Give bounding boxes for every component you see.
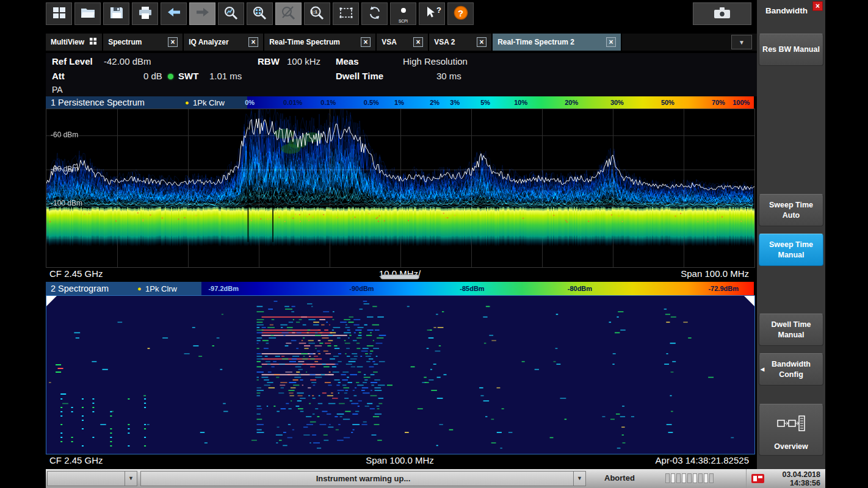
tab-vsa[interactable]: VSA× xyxy=(377,34,429,51)
status-left-dropdown[interactable]: ▼ xyxy=(47,471,137,486)
zoom-graph-button[interactable] xyxy=(218,2,244,25)
tab-label: MultiView xyxy=(51,38,84,46)
save-button[interactable] xyxy=(103,2,129,25)
tab-real-time-spectrum-2[interactable]: Real-Time Spectrum 2× xyxy=(493,34,622,51)
status-message: Instrument warming up... xyxy=(316,474,411,483)
progress-segment xyxy=(665,473,670,483)
scale-tick-label: 30% xyxy=(610,99,624,106)
tab-close-button[interactable]: × xyxy=(413,37,423,47)
spectrogram-plot-area xyxy=(46,295,754,454)
scale-tick-label: 0.01% xyxy=(283,99,302,106)
close-icon: × xyxy=(816,2,820,10)
progress-segment xyxy=(704,473,708,483)
spectrogram-window-header[interactable]: 2 Spectrogram ● 1Pk Clrw -97.2dBm-90dBm-… xyxy=(46,282,754,295)
progress-indicator xyxy=(665,473,714,483)
meas-value[interactable]: High Resolution xyxy=(403,56,468,66)
print-screen-button[interactable] xyxy=(693,2,751,25)
status-message-dropdown[interactable]: Instrument warming up... ▼ xyxy=(140,471,586,486)
tab-overflow-dropdown[interactable]: ▼ xyxy=(731,35,752,49)
tab-close-button[interactable]: × xyxy=(477,37,486,47)
softkey-dwell-time-manual[interactable]: Dwell Time Manual xyxy=(759,314,823,346)
scale-tick-label: 20% xyxy=(565,99,578,106)
help-button[interactable]: ? xyxy=(447,2,474,25)
tab-iq-analyzer[interactable]: IQ Analyzer× xyxy=(184,34,264,51)
swt-value[interactable]: 1.01 ms xyxy=(209,71,242,81)
softkey-res-bw-manual[interactable]: Res BW Manual xyxy=(759,34,823,66)
undo-button[interactable] xyxy=(161,2,187,25)
softkey-label: Bandwidth Config xyxy=(761,359,822,379)
open-file-button[interactable] xyxy=(74,2,101,25)
measurement-state: Aborted xyxy=(604,473,635,483)
spectrogram-color-scale: -97.2dBm-90dBm-85dBm-80dBm-72.9dBm xyxy=(201,282,754,295)
help-icon xyxy=(453,5,469,23)
close-softkey-button[interactable]: × xyxy=(812,1,823,11)
dwell-time-value[interactable]: 30 ms xyxy=(436,71,461,81)
print-button[interactable] xyxy=(132,2,158,25)
softkey-sweep-time-auto[interactable]: Sweep Time Auto xyxy=(759,194,823,226)
softkey-panel: Bandwidth × Res BW ManualSweep Time Auto… xyxy=(757,0,825,488)
persistence-plot-area: -60 dBm -80 dBm -100 dBm xyxy=(46,109,754,268)
tab-close-button[interactable]: × xyxy=(361,37,371,47)
scale-tick-label: 50% xyxy=(661,99,675,106)
softkey-bandwidth-config[interactable]: Bandwidth Config◀ xyxy=(759,353,823,386)
context-help-button[interactable]: ? xyxy=(419,2,445,25)
tab-close-button[interactable]: × xyxy=(606,37,616,47)
scpi-button[interactable]: SCPI xyxy=(390,2,416,25)
toolbar: 1:1SCPI?? xyxy=(46,2,757,27)
tabs-container: MultiViewSpectrum×IQ Analyzer×Real-Time … xyxy=(46,34,757,51)
zoom-one-to-one-icon xyxy=(309,5,325,23)
select-frame-button[interactable] xyxy=(333,2,359,25)
start-menu-button[interactable] xyxy=(46,2,72,25)
trace-color-icon: ● xyxy=(137,285,142,292)
progress-segment xyxy=(676,473,681,483)
spectrogram-footer: CF 2.45 GHz Span 100.0 MHz Apr-03 14:38:… xyxy=(46,454,754,468)
zoom-one-to-one-button[interactable]: 1:1 xyxy=(304,2,330,25)
zoom-multi-button[interactable] xyxy=(247,2,273,25)
tab-real-time-spectrum[interactable]: Real-Time Spectrum× xyxy=(264,34,377,51)
rbw-value[interactable]: 100 kHz xyxy=(287,56,320,66)
att-value[interactable]: 0 dB xyxy=(143,71,162,81)
tab-bar: MultiViewSpectrum×IQ Analyzer×Real-Time … xyxy=(46,34,757,51)
tab-close-button[interactable]: × xyxy=(248,37,258,47)
tab-vsa-2[interactable]: VSA 2× xyxy=(429,34,493,51)
error-log-icon[interactable] xyxy=(751,474,764,483)
scale-tick-label: 3% xyxy=(450,99,460,106)
print-icon xyxy=(137,5,153,23)
tab-label: VSA 2 xyxy=(434,38,455,46)
progress-segment xyxy=(682,473,686,483)
save-icon xyxy=(109,5,125,23)
scale-tick-label: 100% xyxy=(732,99,750,106)
timestamp: Apr-03 14:38:21.82525 xyxy=(656,455,749,465)
persistence-spectrum-plot[interactable] xyxy=(46,109,755,268)
softkey-menu-title: Bandwidth xyxy=(765,6,808,15)
ref-level-label: Ref Level xyxy=(52,56,93,66)
trace-label: 1Pk Clrw xyxy=(193,98,225,107)
window-splitter-handle[interactable] xyxy=(380,274,419,279)
softkey-label: Dwell Time Manual xyxy=(761,320,822,340)
chevron-down-icon: ▼ xyxy=(739,39,745,46)
dwell-time-label: Dwell Time xyxy=(336,71,383,81)
softkey-overview[interactable]: Overview xyxy=(759,404,823,456)
scale-tick-label: -90dBm xyxy=(349,285,374,292)
zoom-multi-icon xyxy=(252,5,268,23)
tab-label: IQ Analyzer xyxy=(189,38,229,46)
persistence-spectrum-window: 1 Persistence Spectrum ● 1Pk Clrw 0%0.01… xyxy=(46,96,754,281)
refresh-button[interactable] xyxy=(361,2,388,25)
progress-segment xyxy=(709,473,714,483)
att-label: Att xyxy=(52,71,65,81)
tab-label: VSA xyxy=(382,38,397,46)
tab-multiview[interactable]: MultiView xyxy=(46,34,103,51)
softkey-sweep-time-manual[interactable]: Sweep Time Manual xyxy=(759,234,823,266)
tab-label: Spectrum xyxy=(108,38,142,46)
tab-close-button[interactable]: × xyxy=(168,37,178,47)
scale-tick-label: 0% xyxy=(245,99,255,106)
softkey-label: Sweep Time Manual xyxy=(761,240,822,260)
tab-spectrum[interactable]: Spectrum× xyxy=(103,34,184,51)
spectrogram-plot[interactable] xyxy=(46,295,755,454)
scale-tick-label: -72.9dBm xyxy=(708,285,739,292)
persistence-window-header[interactable]: 1 Persistence Spectrum ● 1Pk Clrw 0%0.01… xyxy=(46,96,754,109)
center-frequency: CF 2.45 GHz xyxy=(49,455,103,465)
ref-level-value[interactable]: -42.00 dBm xyxy=(104,56,151,66)
softkey-label: Sweep Time Auto xyxy=(761,200,822,220)
context-help-icon xyxy=(424,5,440,23)
